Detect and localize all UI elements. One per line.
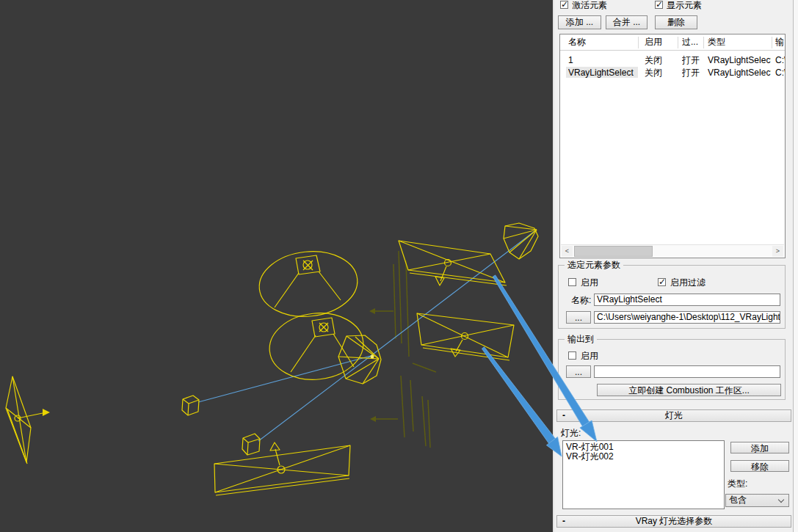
lights-listbox[interactable]: VR-灯光001 VR-灯光002 <box>562 440 725 509</box>
table-row[interactable]: 1 关闭 打开 VRayLightSelect C:\ <box>560 54 785 66</box>
table-hscrollbar[interactable]: < > <box>561 244 784 257</box>
scroll-right-button[interactable]: > <box>772 246 783 257</box>
element-name-input[interactable]: VRayLightSelect <box>594 294 780 306</box>
type-dropdown[interactable]: 包含 <box>725 494 789 507</box>
params-rollout-header[interactable]: - VRay 灯光选择参数 <box>556 515 791 528</box>
enable-label: 启用 <box>581 278 598 288</box>
col-name: 名称 <box>568 37 637 48</box>
render-elements-panel: 激活元素 显示元素 添加 ... 合并 ... 删除 名称 启用 过... 类型… <box>553 0 798 532</box>
col-filter: 过... <box>682 37 704 48</box>
output-browse-button[interactable]: ... <box>566 365 591 378</box>
output-path-input[interactable]: C:\Users\weiyanghe-1\Desktop\112_VRayLig… <box>594 311 780 324</box>
browse-path-button[interactable]: ... <box>566 311 591 324</box>
output-to-group: 输出到 启用 ... 立即创建 Combustion 工作区... <box>558 339 786 400</box>
enable-filter-checkbox[interactable] <box>658 278 666 286</box>
name-label: 名称: <box>571 296 591 305</box>
scroll-left-button[interactable]: < <box>562 246 573 257</box>
lights-rollout-header[interactable]: - 灯光 <box>556 409 791 422</box>
add-element-button[interactable]: 添加 ... <box>558 15 601 29</box>
list-item[interactable]: VR-灯光002 <box>563 452 724 462</box>
application-window: 激活元素 显示元素 添加 ... 合并 ... 删除 名称 启用 过... 类型… <box>0 0 798 532</box>
col-output: 输 <box>775 37 785 48</box>
activate-element-label: 激活元素 <box>572 1 607 10</box>
add-light-button[interactable]: 添加 <box>730 442 789 453</box>
elements-table[interactable]: 名称 启用 过... 类型 输 1 关闭 打开 VRayLightSelect … <box>559 34 786 258</box>
enable-filter-label: 启用过滤 <box>670 278 705 288</box>
scroll-thumb[interactable] <box>574 246 653 257</box>
output-enable-checkbox[interactable] <box>568 351 576 360</box>
create-combustion-workspace-button[interactable]: 立即创建 Combustion 工作区... <box>597 384 781 396</box>
output-to-input[interactable] <box>594 365 780 378</box>
col-type: 类型 <box>708 37 771 48</box>
selected-params-group: 选定元素参数 启用 启用过滤 名称: VRayLightSelect ... C… <box>558 265 786 329</box>
activate-element-checkbox[interactable] <box>560 1 568 9</box>
delete-element-button[interactable]: 删除 <box>655 15 697 29</box>
enable-checkbox[interactable] <box>568 278 576 286</box>
table-row-selected[interactable]: VRayLightSelect 关闭 打开 VRayLightSelect C:… <box>560 67 785 79</box>
output-to-title: 输出到 <box>565 334 597 344</box>
lights-list-label: 灯光: <box>561 429 581 438</box>
collapse-icon[interactable]: - <box>562 516 565 526</box>
lights-rollout-title: 灯光 <box>557 410 791 420</box>
type-dropdown-value: 包含 <box>729 495 747 505</box>
window-edge-strip <box>794 0 798 532</box>
output-enable-label: 启用 <box>581 351 598 361</box>
chevron-down-icon <box>778 497 784 503</box>
merge-element-button[interactable]: 合并 ... <box>606 15 648 29</box>
type-label: 类型: <box>728 479 747 489</box>
viewport-canvas[interactable] <box>0 0 554 532</box>
table-header: 名称 启用 过... 类型 输 <box>560 34 785 51</box>
selected-params-title: 选定元素参数 <box>565 260 623 270</box>
collapse-icon[interactable]: - <box>562 410 565 420</box>
remove-light-button[interactable]: 移除 <box>730 460 789 472</box>
display-element-label: 显示元素 <box>667 1 702 10</box>
col-enabled: 启用 <box>645 37 677 48</box>
params-rollout-title: VRay 灯光选择参数 <box>557 516 791 526</box>
display-element-checkbox[interactable] <box>655 1 663 9</box>
